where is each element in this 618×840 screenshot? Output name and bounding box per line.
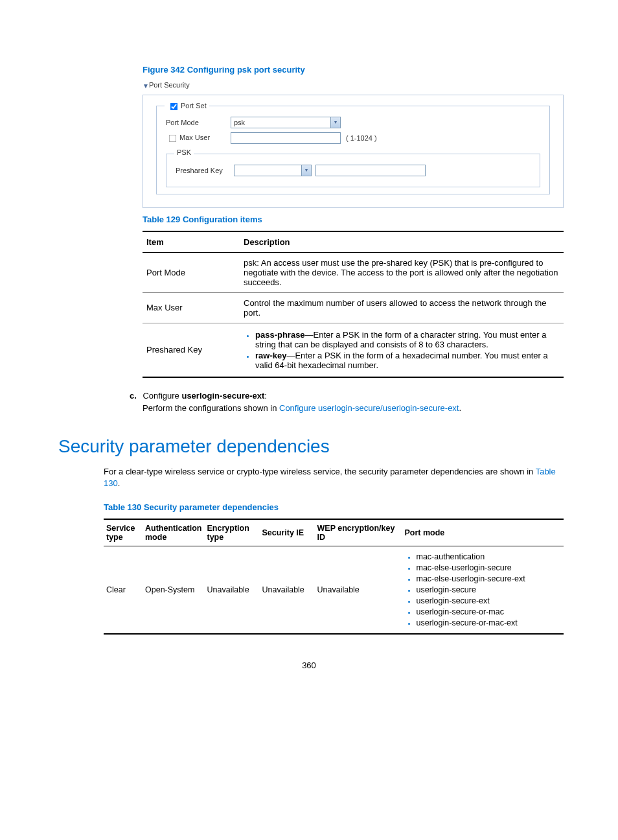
list-item: mac-authentication	[417, 552, 562, 561]
port-mode-select[interactable]: psk ▾	[231, 117, 341, 128]
table-row: Port Mode psk: An access user must use t…	[143, 252, 564, 292]
col-auth: Authentication mode	[143, 519, 205, 546]
cell-auth: Open-System	[143, 546, 205, 634]
chevron-down-icon: ▾	[330, 117, 340, 128]
step-body-prefix: Perform the configurations shown in	[143, 403, 279, 413]
list-item: mac-else-userlogin-secure-ext	[417, 574, 562, 583]
max-user-label: Max User	[179, 134, 210, 141]
para-prefix: For a clear-type wireless service or cry…	[104, 467, 536, 476]
list-item: mac-else-userlogin-secure	[417, 563, 562, 572]
max-user-checkbox[interactable]	[169, 134, 177, 142]
list-item: userlogin-secure-or-mac	[417, 607, 562, 616]
step-lead: Configure	[143, 391, 181, 401]
preshared-key-label: Preshared Key	[176, 167, 234, 174]
list-item: userlogin-secure-or-mac-ext	[417, 618, 562, 627]
cell-secie: Unavailable	[260, 546, 315, 634]
col-service: Service type	[104, 519, 143, 546]
port-security-panel: ▼Port Security Port Set Port Mode psk ▾ …	[143, 81, 564, 208]
cell-service: Clear	[104, 546, 143, 634]
cell-desc: psk: An access user must use the pre-sha…	[240, 252, 564, 292]
cell-enc: Unavailable	[205, 546, 260, 634]
port-set-fieldset: Port Set Port Mode psk ▾ Max User ( 1-10…	[156, 106, 550, 194]
table-row: Max User Control the maximum number of u…	[143, 292, 564, 323]
cell-desc: Control the maximum number of users allo…	[240, 292, 564, 323]
collapser-label: Port Security	[149, 81, 190, 89]
section-title: Security parameter dependencies	[58, 436, 560, 457]
chevron-down-icon: ▾	[301, 165, 311, 176]
cell-wep: Unavailable	[315, 546, 402, 634]
table130-caption: Table 130 Security parameter dependencie…	[104, 502, 560, 512]
step-bold: userlogin-secure-ext	[181, 391, 264, 401]
list-item: pass-phrase—Enter a PSK in the form of a…	[255, 330, 560, 349]
col-secie: Security IE	[260, 519, 315, 546]
configure-userlogin-link[interactable]: Configure userlogin-secure/userlogin-sec…	[279, 403, 459, 413]
figure-caption: Figure 342 Configuring psk port security	[143, 65, 560, 75]
port-set-checkbox[interactable]	[170, 102, 178, 110]
para-suffix: .	[118, 478, 120, 488]
cell-desc: pass-phrase—Enter a PSK in the form of a…	[240, 323, 564, 377]
table129-caption: Table 129 Configuration items	[143, 215, 560, 224]
page-number: 360	[58, 660, 560, 670]
list-item: userlogin-secure	[417, 585, 562, 594]
port-mode-label: Port Mode	[166, 119, 231, 126]
col-enc: Encryption type	[205, 519, 260, 546]
port-set-legend: Port Set	[165, 100, 209, 113]
table-row: Clear Open-System Unavailable Unavailabl…	[104, 546, 564, 634]
col-port: Port mode	[402, 519, 564, 546]
table-129: Item Description Port Mode psk: An acces…	[143, 231, 564, 378]
list-item: raw-key—Enter a PSK in the form of a hex…	[255, 351, 560, 370]
cell-portmodes: mac-authentication mac-else-userlogin-se…	[402, 546, 564, 634]
table-130: Service type Authentication mode Encrypt…	[104, 519, 564, 635]
psk-legend: PSK	[174, 148, 194, 156]
cell-item: Max User	[143, 292, 240, 323]
preshared-key-input[interactable]	[315, 165, 426, 176]
list-item: userlogin-secure-ext	[417, 596, 562, 605]
chevron-down-icon: ▼	[143, 82, 149, 89]
port-security-collapser[interactable]: ▼Port Security	[143, 81, 190, 89]
step-body-suffix: .	[459, 403, 461, 413]
cell-item: Preshared Key	[143, 323, 240, 377]
table-row: Preshared Key pass-phrase—Enter a PSK in…	[143, 323, 564, 377]
col-item: Item	[143, 231, 240, 253]
step-c-body: Perform the configurations shown in Conf…	[143, 403, 560, 413]
max-user-hint: ( 1-1024 )	[346, 134, 377, 142]
max-user-input[interactable]	[231, 132, 341, 144]
psk-fieldset: PSK Preshared Key ▾	[166, 154, 540, 187]
step-letter: c.	[130, 391, 137, 401]
max-user-label-wrap: Max User	[166, 132, 231, 145]
col-desc: Description	[240, 231, 564, 253]
step-colon: :	[264, 391, 267, 401]
col-wep: WEP encryption/key ID	[315, 519, 402, 546]
cell-item: Port Mode	[143, 252, 240, 292]
preshared-key-type-select[interactable]: ▾	[234, 165, 312, 176]
outer-fieldset: Port Set Port Mode psk ▾ Max User ( 1-10…	[143, 95, 564, 208]
port-mode-value: psk	[234, 119, 245, 126]
step-c: c. Configure userlogin-secure-ext:	[130, 391, 560, 401]
section-para: For a clear-type wireless service or cry…	[104, 466, 560, 489]
port-set-legend-label: Port Set	[181, 102, 207, 110]
